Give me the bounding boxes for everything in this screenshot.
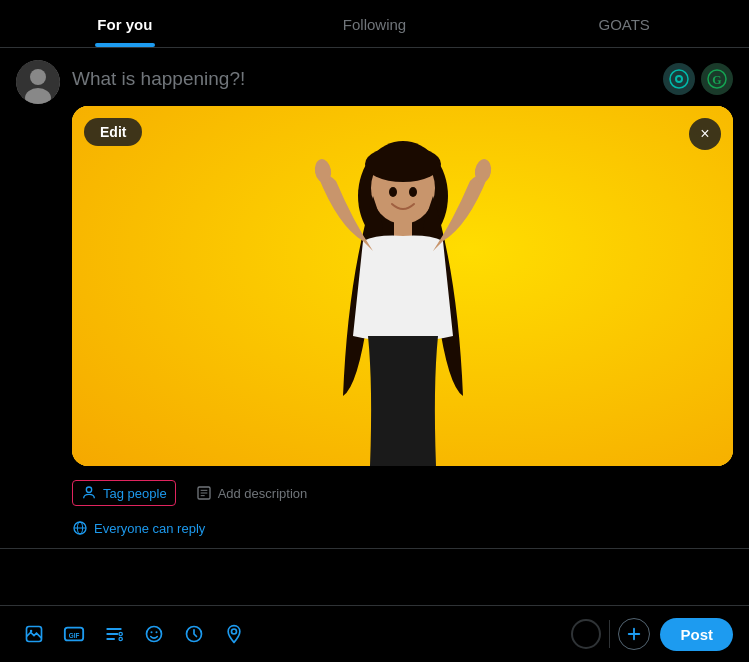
tab-following[interactable]: Following xyxy=(250,0,500,47)
tab-for-you[interactable]: For you xyxy=(0,0,250,47)
svg-point-37 xyxy=(232,629,237,634)
add-thread-button[interactable] xyxy=(618,618,650,650)
globe-icon xyxy=(72,520,88,536)
poll-toolbar-icon[interactable] xyxy=(96,616,132,652)
toolbar-divider xyxy=(609,620,610,648)
svg-point-14 xyxy=(409,187,417,197)
edit-button[interactable]: Edit xyxy=(84,118,142,146)
girl-figure xyxy=(288,116,518,466)
svg-point-13 xyxy=(389,187,397,197)
svg-point-32 xyxy=(119,637,122,640)
bottom-toolbar: GIF xyxy=(0,605,749,662)
compose-area: What is happening?! G xyxy=(0,48,749,549)
tab-goats[interactable]: GOATS xyxy=(499,0,749,47)
nav-tabs: For you Following GOATS xyxy=(0,0,749,48)
image-preview-card: Edit × xyxy=(72,106,733,466)
editor-icons: G xyxy=(663,63,733,95)
reply-setting[interactable]: Everyone can reply xyxy=(72,520,733,536)
grammarly-location-icon[interactable] xyxy=(663,63,695,95)
location-toolbar-icon[interactable] xyxy=(216,616,252,652)
description-icon xyxy=(196,485,212,501)
svg-text:G: G xyxy=(712,73,721,87)
post-button[interactable]: Post xyxy=(660,618,733,651)
svg-point-35 xyxy=(156,631,158,633)
close-button[interactable]: × xyxy=(689,118,721,150)
add-description-button[interactable]: Add description xyxy=(196,485,308,501)
svg-point-1 xyxy=(30,69,46,85)
svg-point-5 xyxy=(677,77,681,81)
image-background xyxy=(72,106,733,466)
character-count xyxy=(571,619,601,649)
compose-placeholder[interactable]: What is happening?! xyxy=(72,60,663,98)
avatar-image xyxy=(16,60,60,104)
svg-point-15 xyxy=(365,146,441,182)
image-meta-row: Tag people Add description xyxy=(72,476,733,510)
svg-point-34 xyxy=(151,631,153,633)
svg-point-30 xyxy=(119,632,122,635)
svg-text:GIF: GIF xyxy=(69,632,80,639)
svg-point-16 xyxy=(86,487,91,492)
schedule-toolbar-icon[interactable] xyxy=(176,616,212,652)
gif-toolbar-icon[interactable]: GIF xyxy=(56,616,92,652)
compose-right: What is happening?! G xyxy=(72,60,733,536)
person-icon xyxy=(81,485,97,501)
svg-point-33 xyxy=(147,627,162,642)
image-toolbar-icon[interactable] xyxy=(16,616,52,652)
emoji-toolbar-icon[interactable] xyxy=(136,616,172,652)
grammarly-g-icon[interactable]: G xyxy=(701,63,733,95)
compose-top-row: What is happening?! G xyxy=(72,60,733,98)
tag-people-button[interactable]: Tag people xyxy=(72,480,176,506)
avatar xyxy=(16,60,60,104)
